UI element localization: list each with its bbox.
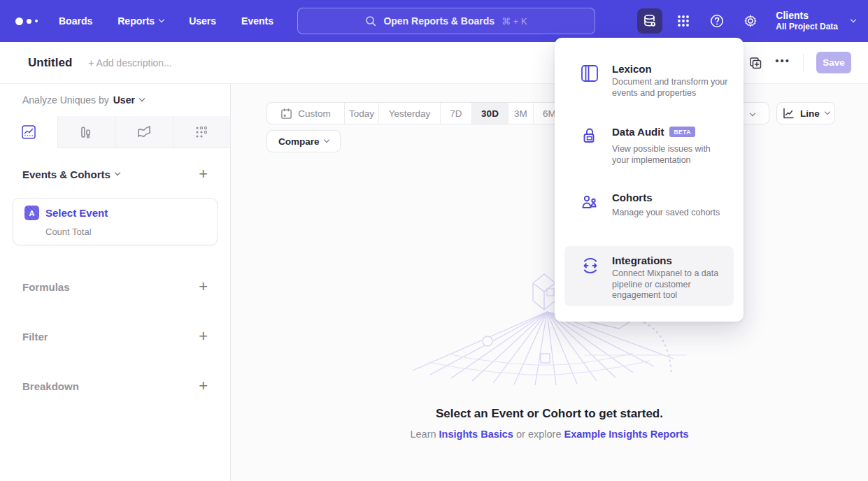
menu-item-title: Integrations — [612, 254, 672, 266]
search-placeholder: Open Reports & Boards — [383, 15, 495, 27]
primary-nav: Boards Reports Users Events — [59, 15, 273, 27]
subtext-middle: or explore — [516, 429, 561, 440]
date-range-30d[interactable]: 30D — [471, 103, 508, 124]
nav-label: Reports — [118, 15, 155, 27]
line-chart-icon — [21, 124, 36, 140]
menu-item-description: View possible issues with your implement… — [612, 144, 730, 166]
nav-item-users[interactable]: Users — [189, 15, 216, 27]
analyze-by-value: User — [113, 94, 135, 106]
formulas-label: Formulas — [22, 281, 70, 293]
tab-line-chart[interactable] — [0, 116, 57, 148]
count-total-selector[interactable]: Count Total — [45, 227, 92, 237]
date-range-7d[interactable]: 7D — [440, 103, 471, 124]
event-card[interactable]: A Select Event Count Total — [13, 198, 218, 245]
chart-type-dropdown[interactable]: Line — [776, 102, 835, 124]
menu-item-title: Lexicon — [612, 63, 652, 75]
settings-button[interactable] — [738, 8, 763, 34]
series-badge: A — [24, 206, 39, 220]
breakdown-label: Breakdown — [22, 380, 79, 392]
apps-grid-button[interactable] — [671, 8, 696, 34]
cohorts-icon — [581, 193, 600, 213]
project-subtitle: All Project Data — [776, 22, 838, 32]
calendar-icon — [280, 108, 292, 120]
analyze-by-dropdown[interactable]: User — [113, 94, 144, 106]
insights-basics-link[interactable]: Insights Basics — [439, 429, 513, 440]
menu-item-integrations[interactable]: Integrations Connect Mixpanel to a data … — [564, 246, 734, 306]
data-management-menu: Lexicon Document and transform your even… — [555, 38, 744, 322]
nav-label: Boards — [59, 15, 92, 27]
more-options-button[interactable]: ••• — [775, 55, 790, 66]
nav-label: Users — [189, 15, 216, 27]
nav-item-boards[interactable]: Boards — [59, 15, 92, 27]
nav-item-reports[interactable]: Reports — [118, 15, 164, 27]
help-button[interactable] — [704, 8, 730, 34]
data-audit-icon — [581, 127, 599, 145]
top-navbar: Boards Reports Users Events Open Reports… — [0, 0, 868, 42]
add-filter-button[interactable]: + — [199, 329, 208, 344]
date-range-today[interactable]: Today — [344, 103, 378, 124]
date-range-custom[interactable]: Custom — [267, 103, 344, 124]
empty-state-subtext: Learn Insights Basics or explore Example… — [231, 429, 868, 440]
query-sidebar: Analyze Uniques by User — [0, 84, 231, 481]
report-title[interactable]: Untitled — [28, 56, 72, 70]
events-cohorts-dropdown[interactable]: Events & Cohorts — [22, 168, 120, 180]
date-range-label: 7D — [450, 108, 462, 119]
line-chart-icon — [782, 107, 795, 120]
chevron-down-icon — [825, 109, 830, 115]
chevron-down-icon — [139, 96, 145, 101]
global-search-input[interactable]: Open Reports & Boards ⌘ + K — [297, 8, 595, 34]
filter-label: Filter — [22, 331, 48, 343]
select-event-button[interactable]: Select Event — [45, 207, 108, 219]
chevron-down-icon — [750, 110, 755, 116]
subtext-prefix: Learn — [410, 429, 436, 440]
empty-state-heading: Select an Event or Cohort to get started… — [231, 407, 868, 421]
filter-section: Filter + — [0, 329, 230, 344]
stacked-area-icon — [136, 124, 152, 140]
chevron-down-icon — [115, 170, 120, 175]
bar-chart-icon — [78, 124, 94, 140]
menu-item-title: Data Audit — [612, 126, 664, 138]
date-range-yesterday[interactable]: Yesterday — [378, 103, 440, 124]
date-range-control: Custom Today Yesterday 7D 30D 3M 6M — [266, 102, 566, 124]
date-range-label: 3M — [514, 108, 527, 119]
events-cohorts-label: Events & Cohorts — [22, 168, 111, 180]
menu-item-description: Connect Mixpanel to a data pipeline or c… — [612, 268, 730, 301]
add-formula-button[interactable]: + — [199, 279, 208, 294]
formulas-section: Formulas + — [0, 279, 230, 294]
tab-stacked-chart[interactable] — [115, 116, 173, 148]
compare-label: Compare — [278, 136, 320, 147]
grid-dots-icon — [676, 14, 690, 28]
menu-item-lexicon[interactable]: Lexicon Document and transform your even… — [564, 55, 734, 117]
tab-bar-chart[interactable] — [57, 116, 115, 148]
project-title: Clients — [776, 10, 838, 22]
add-breakdown-button[interactable]: + — [199, 378, 208, 394]
lexicon-icon — [581, 64, 599, 82]
navbar-right: Clients All Project Data — [637, 0, 855, 42]
events-cohorts-section: Events & Cohorts + — [0, 166, 230, 182]
menu-item-description: Document and transform your events and p… — [612, 77, 730, 99]
chevron-down-icon — [851, 17, 856, 22]
add-event-button[interactable]: + — [199, 166, 208, 182]
breakdown-section: Breakdown + — [0, 378, 230, 394]
add-description-field[interactable]: + Add description... — [88, 57, 171, 69]
search-shortcut: ⌘ + K — [501, 16, 527, 27]
nav-item-events[interactable]: Events — [241, 15, 273, 27]
data-management-button[interactable] — [637, 8, 662, 34]
date-range-label: Custom — [298, 108, 331, 119]
analyze-uniques-label: Analyze Uniques by — [22, 94, 109, 106]
date-range-label: 30D — [481, 108, 499, 119]
mixpanel-logo[interactable] — [15, 17, 43, 25]
chevron-down-icon — [323, 137, 329, 143]
tab-metrics-grid[interactable] — [173, 116, 231, 148]
duplicate-button[interactable] — [748, 56, 762, 70]
menu-item-data-audit[interactable]: Data Audit BETA View possible issues wit… — [564, 117, 734, 185]
project-switcher[interactable]: Clients All Project Data — [776, 10, 855, 33]
example-reports-link[interactable]: Example Insights Reports — [564, 429, 688, 440]
database-gear-icon — [642, 13, 657, 29]
compare-button[interactable]: Compare — [266, 130, 341, 152]
menu-item-cohorts[interactable]: Cohorts Manage your saved cohorts — [564, 185, 734, 235]
chart-type-label: Line — [800, 108, 820, 119]
gear-icon — [743, 13, 758, 29]
date-range-3m[interactable]: 3M — [508, 103, 533, 124]
save-button[interactable]: Save — [816, 52, 851, 73]
